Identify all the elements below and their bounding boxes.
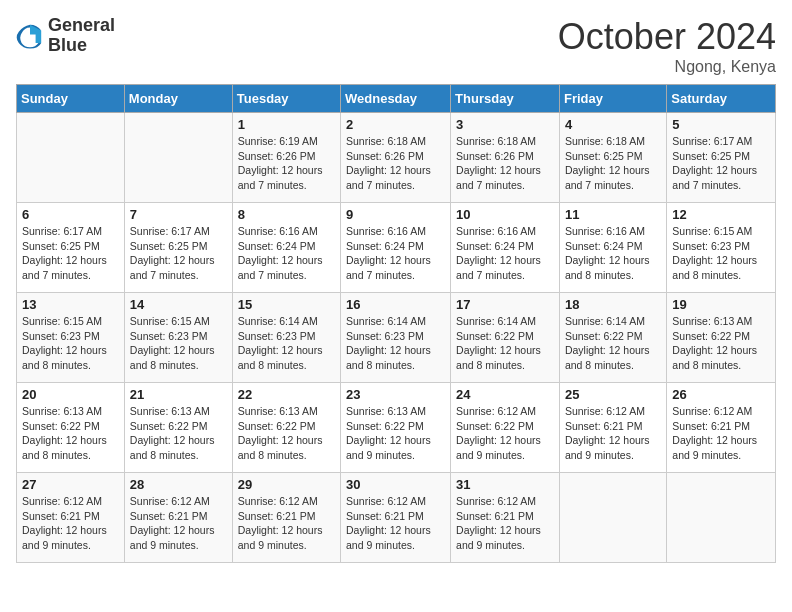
calendar-cell	[559, 473, 666, 563]
day-number: 20	[22, 387, 119, 402]
calendar-week-row: 1Sunrise: 6:19 AM Sunset: 6:26 PM Daylig…	[17, 113, 776, 203]
calendar-cell: 6Sunrise: 6:17 AM Sunset: 6:25 PM Daylig…	[17, 203, 125, 293]
calendar-cell: 27Sunrise: 6:12 AM Sunset: 6:21 PM Dayli…	[17, 473, 125, 563]
day-number: 4	[565, 117, 661, 132]
day-info: Sunrise: 6:14 AM Sunset: 6:23 PM Dayligh…	[238, 314, 335, 373]
calendar-cell: 28Sunrise: 6:12 AM Sunset: 6:21 PM Dayli…	[124, 473, 232, 563]
day-info: Sunrise: 6:12 AM Sunset: 6:21 PM Dayligh…	[130, 494, 227, 553]
day-info: Sunrise: 6:15 AM Sunset: 6:23 PM Dayligh…	[672, 224, 770, 283]
calendar-week-row: 13Sunrise: 6:15 AM Sunset: 6:23 PM Dayli…	[17, 293, 776, 383]
calendar-cell: 5Sunrise: 6:17 AM Sunset: 6:25 PM Daylig…	[667, 113, 776, 203]
day-info: Sunrise: 6:19 AM Sunset: 6:26 PM Dayligh…	[238, 134, 335, 193]
calendar-week-row: 6Sunrise: 6:17 AM Sunset: 6:25 PM Daylig…	[17, 203, 776, 293]
logo-text: General Blue	[48, 16, 115, 56]
calendar-table: SundayMondayTuesdayWednesdayThursdayFrid…	[16, 84, 776, 563]
day-number: 15	[238, 297, 335, 312]
calendar-cell: 11Sunrise: 6:16 AM Sunset: 6:24 PM Dayli…	[559, 203, 666, 293]
weekday-header-row: SundayMondayTuesdayWednesdayThursdayFrid…	[17, 85, 776, 113]
calendar-cell: 9Sunrise: 6:16 AM Sunset: 6:24 PM Daylig…	[341, 203, 451, 293]
day-info: Sunrise: 6:16 AM Sunset: 6:24 PM Dayligh…	[238, 224, 335, 283]
weekday-header-tuesday: Tuesday	[232, 85, 340, 113]
day-info: Sunrise: 6:14 AM Sunset: 6:22 PM Dayligh…	[456, 314, 554, 373]
day-info: Sunrise: 6:15 AM Sunset: 6:23 PM Dayligh…	[130, 314, 227, 373]
day-info: Sunrise: 6:14 AM Sunset: 6:23 PM Dayligh…	[346, 314, 445, 373]
calendar-cell: 16Sunrise: 6:14 AM Sunset: 6:23 PM Dayli…	[341, 293, 451, 383]
calendar-cell: 10Sunrise: 6:16 AM Sunset: 6:24 PM Dayli…	[451, 203, 560, 293]
calendar-cell: 30Sunrise: 6:12 AM Sunset: 6:21 PM Dayli…	[341, 473, 451, 563]
calendar-cell	[667, 473, 776, 563]
calendar-cell: 19Sunrise: 6:13 AM Sunset: 6:22 PM Dayli…	[667, 293, 776, 383]
day-info: Sunrise: 6:17 AM Sunset: 6:25 PM Dayligh…	[130, 224, 227, 283]
calendar-cell: 24Sunrise: 6:12 AM Sunset: 6:22 PM Dayli…	[451, 383, 560, 473]
calendar-cell: 1Sunrise: 6:19 AM Sunset: 6:26 PM Daylig…	[232, 113, 340, 203]
day-number: 5	[672, 117, 770, 132]
logo: General Blue	[16, 16, 115, 56]
calendar-cell: 26Sunrise: 6:12 AM Sunset: 6:21 PM Dayli…	[667, 383, 776, 473]
weekday-header-friday: Friday	[559, 85, 666, 113]
calendar-cell: 20Sunrise: 6:13 AM Sunset: 6:22 PM Dayli…	[17, 383, 125, 473]
calendar-cell: 14Sunrise: 6:15 AM Sunset: 6:23 PM Dayli…	[124, 293, 232, 383]
day-info: Sunrise: 6:18 AM Sunset: 6:25 PM Dayligh…	[565, 134, 661, 193]
weekday-header-wednesday: Wednesday	[341, 85, 451, 113]
day-number: 23	[346, 387, 445, 402]
day-info: Sunrise: 6:13 AM Sunset: 6:22 PM Dayligh…	[672, 314, 770, 373]
location: Ngong, Kenya	[558, 58, 776, 76]
day-number: 14	[130, 297, 227, 312]
calendar-week-row: 27Sunrise: 6:12 AM Sunset: 6:21 PM Dayli…	[17, 473, 776, 563]
calendar-cell	[17, 113, 125, 203]
day-info: Sunrise: 6:13 AM Sunset: 6:22 PM Dayligh…	[130, 404, 227, 463]
page-header: General Blue October 2024 Ngong, Kenya	[16, 16, 776, 76]
weekday-header-monday: Monday	[124, 85, 232, 113]
day-number: 1	[238, 117, 335, 132]
day-number: 19	[672, 297, 770, 312]
day-number: 17	[456, 297, 554, 312]
day-number: 31	[456, 477, 554, 492]
day-number: 18	[565, 297, 661, 312]
day-number: 22	[238, 387, 335, 402]
day-number: 7	[130, 207, 227, 222]
day-info: Sunrise: 6:12 AM Sunset: 6:21 PM Dayligh…	[346, 494, 445, 553]
day-number: 3	[456, 117, 554, 132]
day-number: 11	[565, 207, 661, 222]
calendar-cell: 23Sunrise: 6:13 AM Sunset: 6:22 PM Dayli…	[341, 383, 451, 473]
day-info: Sunrise: 6:13 AM Sunset: 6:22 PM Dayligh…	[346, 404, 445, 463]
day-info: Sunrise: 6:16 AM Sunset: 6:24 PM Dayligh…	[565, 224, 661, 283]
day-info: Sunrise: 6:18 AM Sunset: 6:26 PM Dayligh…	[456, 134, 554, 193]
weekday-header-sunday: Sunday	[17, 85, 125, 113]
calendar-cell: 31Sunrise: 6:12 AM Sunset: 6:21 PM Dayli…	[451, 473, 560, 563]
day-number: 6	[22, 207, 119, 222]
weekday-header-thursday: Thursday	[451, 85, 560, 113]
day-info: Sunrise: 6:16 AM Sunset: 6:24 PM Dayligh…	[456, 224, 554, 283]
day-info: Sunrise: 6:12 AM Sunset: 6:22 PM Dayligh…	[456, 404, 554, 463]
calendar-cell: 17Sunrise: 6:14 AM Sunset: 6:22 PM Dayli…	[451, 293, 560, 383]
day-number: 28	[130, 477, 227, 492]
day-info: Sunrise: 6:15 AM Sunset: 6:23 PM Dayligh…	[22, 314, 119, 373]
day-info: Sunrise: 6:12 AM Sunset: 6:21 PM Dayligh…	[456, 494, 554, 553]
day-info: Sunrise: 6:17 AM Sunset: 6:25 PM Dayligh…	[22, 224, 119, 283]
day-number: 25	[565, 387, 661, 402]
calendar-cell: 13Sunrise: 6:15 AM Sunset: 6:23 PM Dayli…	[17, 293, 125, 383]
logo-icon	[16, 22, 44, 50]
weekday-header-saturday: Saturday	[667, 85, 776, 113]
calendar-cell: 8Sunrise: 6:16 AM Sunset: 6:24 PM Daylig…	[232, 203, 340, 293]
day-info: Sunrise: 6:12 AM Sunset: 6:21 PM Dayligh…	[22, 494, 119, 553]
day-info: Sunrise: 6:12 AM Sunset: 6:21 PM Dayligh…	[238, 494, 335, 553]
calendar-cell	[124, 113, 232, 203]
calendar-cell: 7Sunrise: 6:17 AM Sunset: 6:25 PM Daylig…	[124, 203, 232, 293]
calendar-cell: 2Sunrise: 6:18 AM Sunset: 6:26 PM Daylig…	[341, 113, 451, 203]
day-number: 9	[346, 207, 445, 222]
calendar-week-row: 20Sunrise: 6:13 AM Sunset: 6:22 PM Dayli…	[17, 383, 776, 473]
day-info: Sunrise: 6:13 AM Sunset: 6:22 PM Dayligh…	[22, 404, 119, 463]
day-info: Sunrise: 6:13 AM Sunset: 6:22 PM Dayligh…	[238, 404, 335, 463]
calendar-cell: 22Sunrise: 6:13 AM Sunset: 6:22 PM Dayli…	[232, 383, 340, 473]
calendar-cell: 12Sunrise: 6:15 AM Sunset: 6:23 PM Dayli…	[667, 203, 776, 293]
day-number: 27	[22, 477, 119, 492]
month-title: October 2024	[558, 16, 776, 58]
day-info: Sunrise: 6:16 AM Sunset: 6:24 PM Dayligh…	[346, 224, 445, 283]
calendar-cell: 3Sunrise: 6:18 AM Sunset: 6:26 PM Daylig…	[451, 113, 560, 203]
day-number: 8	[238, 207, 335, 222]
calendar-cell: 25Sunrise: 6:12 AM Sunset: 6:21 PM Dayli…	[559, 383, 666, 473]
day-info: Sunrise: 6:14 AM Sunset: 6:22 PM Dayligh…	[565, 314, 661, 373]
day-number: 10	[456, 207, 554, 222]
day-info: Sunrise: 6:12 AM Sunset: 6:21 PM Dayligh…	[672, 404, 770, 463]
